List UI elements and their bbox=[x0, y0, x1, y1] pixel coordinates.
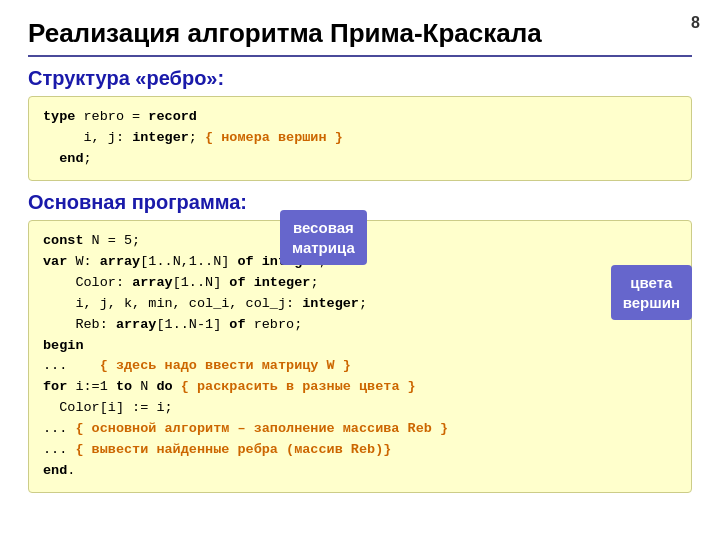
tooltip-vesovaya-line2: матрица bbox=[292, 239, 355, 256]
code-line: begin bbox=[43, 336, 677, 357]
keyword: integer bbox=[302, 296, 359, 311]
tooltip-cveta-line2: вершин bbox=[623, 294, 680, 311]
keyword: end bbox=[43, 463, 67, 478]
keyword: of bbox=[229, 275, 245, 290]
keyword: integer bbox=[132, 130, 189, 145]
keyword: to bbox=[116, 379, 132, 394]
keyword: for bbox=[43, 379, 67, 394]
comment: { основной алгоритм – заполнение массива… bbox=[75, 421, 448, 436]
comment: { вывести найденные ребра (массив Reb)} bbox=[75, 442, 391, 457]
code-line: ... { вывести найденные ребра (массив Re… bbox=[43, 440, 677, 461]
keyword: array bbox=[116, 317, 157, 332]
keyword: array bbox=[100, 254, 141, 269]
tooltip-vesovaya: весовая матрица bbox=[280, 210, 367, 265]
comment: { здесь надо ввести матрицу W } bbox=[100, 358, 351, 373]
tooltip-vesovaya-line1: весовая bbox=[293, 219, 354, 236]
keyword: of bbox=[237, 254, 253, 269]
keyword: integer bbox=[254, 275, 311, 290]
keyword: end bbox=[59, 151, 83, 166]
code-line: type rebro = record bbox=[43, 107, 677, 128]
code-line: end; bbox=[43, 149, 677, 170]
keyword: array bbox=[132, 275, 173, 290]
code-line: ... { здесь надо ввести матрицу W } bbox=[43, 356, 677, 377]
tooltip-cveta-line1: цвета bbox=[630, 274, 672, 291]
keyword: begin bbox=[43, 338, 84, 353]
code-line: i, j: integer; { номера вершин } bbox=[43, 128, 677, 149]
slide-number: 8 bbox=[691, 14, 700, 32]
code-line: Color: array[1..N] of integer; bbox=[43, 273, 677, 294]
code-line: Color[i] := i; bbox=[43, 398, 677, 419]
tooltip-cveta: цвета вершин bbox=[611, 265, 692, 320]
comment: { раскрасить в разные цвета } bbox=[181, 379, 416, 394]
comment: { номера вершин } bbox=[205, 130, 343, 145]
keyword: type bbox=[43, 109, 75, 124]
code-line: end. bbox=[43, 461, 677, 482]
keyword: of bbox=[229, 317, 245, 332]
code-line: Reb: array[1..N-1] of rebro; bbox=[43, 315, 677, 336]
keyword: const bbox=[43, 233, 84, 248]
code-line: for i:=1 to N do { раскрасить в разные ц… bbox=[43, 377, 677, 398]
keyword: record bbox=[148, 109, 197, 124]
code-block-1: type rebro = record i, j: integer; { ном… bbox=[28, 96, 692, 181]
code-line: ... { основной алгоритм – заполнение мас… bbox=[43, 419, 677, 440]
code-line: i, j, k, min, col_i, col_j: integer; bbox=[43, 294, 677, 315]
keyword: do bbox=[156, 379, 172, 394]
section1-header: Структура «ребро»: bbox=[28, 67, 692, 90]
keyword: var bbox=[43, 254, 67, 269]
slide: 8 Реализация алгоритма Прима-Краскала Ст… bbox=[0, 0, 720, 540]
slide-title: Реализация алгоритма Прима-Краскала bbox=[28, 18, 692, 57]
